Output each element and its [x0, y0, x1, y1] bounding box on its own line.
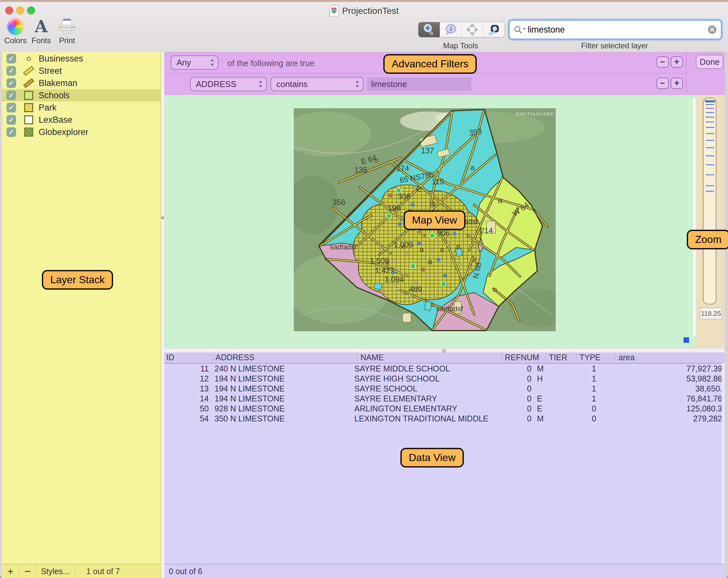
table-row[interactable]: 14 194 N LIMESTONE SAYRE ELEMENTARY 0 E … [164, 394, 725, 404]
column-header-tier[interactable]: TIER [545, 352, 576, 363]
line-swatch-icon [23, 66, 34, 76]
info-bubble-icon: i [444, 23, 458, 36]
checkbox-checked-icon[interactable]: ✓ [6, 103, 16, 112]
content-area: ✓ Businesses ✓ Street ✓ Blakeman ✓ Schoo… [0, 52, 728, 578]
window-title: ProjectionTest [342, 6, 399, 16]
checkbox-checked-icon[interactable]: ✓ [6, 78, 16, 88]
layer-stack-panel: ✓ Businesses ✓ Street ✓ Blakeman ✓ Schoo… [0, 52, 161, 578]
column-header-id[interactable]: ID [164, 352, 212, 363]
checkbox-checked-icon[interactable]: ✓ [6, 115, 16, 125]
print-button[interactable]: Print [54, 18, 80, 45]
pan-tool-button[interactable] [461, 22, 483, 37]
measure-tool-button[interactable] [483, 22, 504, 37]
annotation-layer-stack: Layer Stack [42, 270, 113, 290]
filter-field-popup[interactable]: ADDRESS [190, 77, 267, 91]
checkbox-checked-icon[interactable]: ✓ [6, 91, 16, 100]
zoom-slider[interactable] [703, 98, 717, 304]
selection-count-status: 0 out of 6 [169, 567, 202, 576]
remove-layer-button[interactable]: − [19, 564, 36, 578]
move-arrows-icon [466, 23, 479, 36]
styles-button[interactable]: Styles... [36, 564, 75, 578]
svg-text:a: a [428, 257, 432, 266]
layer-row-lexbase[interactable]: ✓ LexBase [2, 114, 160, 126]
column-header-address[interactable]: ADDRESS [212, 352, 357, 363]
svg-text:174: 174 [396, 164, 409, 173]
annotation-advanced-filters: Advanced Filters [383, 54, 477, 74]
filter-condition-text: of the following are true [228, 58, 314, 68]
layer-row-businesses[interactable]: ✓ Businesses [2, 52, 160, 65]
svg-text:115: 115 [432, 177, 444, 186]
layer-stack-footer: + − Styles... 1 out of 7 [2, 564, 160, 578]
colors-button[interactable]: Colors [3, 18, 28, 45]
match-type-popup[interactable]: Any [171, 55, 218, 70]
column-header-name[interactable]: NAME [357, 352, 501, 363]
filter-value-input[interactable] [367, 77, 471, 91]
done-button[interactable]: Done [696, 55, 724, 69]
zoom-tool-button[interactable] [418, 22, 440, 37]
clear-search-icon[interactable] [707, 24, 718, 35]
filter-operator-popup[interactable]: contains [270, 77, 363, 91]
svg-text:sadfadsf: sadfadsf [330, 243, 357, 251]
layer-count-status: 1 out of 7 [86, 567, 120, 576]
table-row[interactable]: 50 928 N LIMESTONE ARLINGTON ELEMENTARY … [164, 404, 725, 414]
checkbox-checked-icon[interactable]: ✓ [6, 54, 16, 64]
layer-row-blakeman[interactable]: ✓ Blakeman [2, 77, 160, 89]
popup-chevrons-icon [258, 80, 263, 88]
layer-row-park[interactable]: ✓ Park [2, 101, 160, 114]
close-window-button[interactable] [5, 6, 13, 15]
svg-text:198: 198 [388, 204, 401, 212]
layer-row-schools-selected[interactable]: ✓ Schools [2, 89, 160, 101]
zoom-panel: 118.25 [696, 95, 725, 348]
add-filter-row-button[interactable]: + [671, 56, 683, 68]
layer-row-street[interactable]: ✓ Street [2, 65, 160, 77]
fonts-button[interactable]: A Fonts [28, 18, 54, 45]
remove-filter-row-button[interactable]: − [656, 78, 669, 89]
svg-text:135: 135 [354, 166, 367, 174]
checkbox-checked-icon[interactable]: ✓ [6, 127, 16, 137]
svg-text:a: a [431, 199, 436, 208]
add-filter-row-button[interactable]: + [671, 78, 683, 89]
zoom-window-button[interactable] [27, 6, 35, 15]
polygon-swatch-icon [24, 103, 33, 112]
magnifier-plus-icon [422, 23, 436, 36]
annotation-map-view: Map View [404, 210, 466, 230]
imagery-watermark: DIGITALGLOBE [516, 111, 554, 116]
popup-chevrons-icon [355, 80, 360, 88]
column-header-refnum[interactable]: REFNUM [501, 352, 545, 363]
table-header: ID ADDRESS NAME REFNUM TIER TYPE area [164, 352, 725, 364]
table-row[interactable]: 54 350 N LIMESTONE LEXINGTON TRADITIONAL… [164, 414, 725, 424]
remove-filter-row-button[interactable]: − [656, 56, 669, 68]
add-layer-button[interactable]: + [2, 564, 19, 578]
splitter-handle-icon[interactable] [161, 216, 164, 219]
svg-text:306: 306 [397, 192, 410, 201]
table-row[interactable]: 12 194 N LIMESTONE SAYRE HIGH SCHOOL 0 H… [164, 374, 725, 384]
svg-text:1,509: 1,509 [370, 256, 389, 265]
column-header-area[interactable]: area [615, 352, 725, 363]
svg-text:a: a [470, 163, 475, 172]
svg-text:489: 489 [409, 285, 422, 294]
minimize-window-button[interactable] [16, 6, 24, 15]
table-row[interactable]: 11 240 N LIMESTONE SAYRE MIDDLE SCHOOL 0… [164, 364, 725, 374]
layer-row-globexplorer[interactable]: ✓ Globexplorer [2, 126, 160, 138]
column-header-type[interactable]: TYPE [576, 352, 615, 363]
splitter-handle-icon[interactable] [442, 349, 446, 352]
svg-text:a: a [419, 245, 424, 254]
raster-swatch-icon [24, 128, 33, 136]
search-input[interactable] [527, 24, 707, 35]
point-swatch-icon [27, 57, 31, 61]
map-tools-label: Map Tools [418, 41, 503, 50]
svg-text:356: 356 [333, 198, 345, 206]
sidebar-splitter[interactable] [161, 52, 164, 578]
svg-text:sadfadsf: sadfadsf [436, 305, 463, 313]
checkbox-checked-icon[interactable]: ✓ [6, 66, 16, 76]
info-tool-button[interactable]: i [440, 22, 461, 37]
printer-icon [58, 18, 76, 35]
fonts-icon: A [35, 18, 48, 35]
table-vertical-scrollbar[interactable] [722, 363, 725, 564]
svg-text:393: 393 [468, 127, 482, 137]
table-row[interactable]: 13 194 N LIMESTONE SAYRE SCHOOL 0 1 38,6… [164, 384, 725, 394]
zoom-slider-thumb[interactable] [705, 100, 715, 102]
map-horizontal-scroll-thumb[interactable] [683, 337, 689, 343]
window-edge [725, 52, 728, 578]
annotation-data-view: Data View [400, 448, 464, 468]
